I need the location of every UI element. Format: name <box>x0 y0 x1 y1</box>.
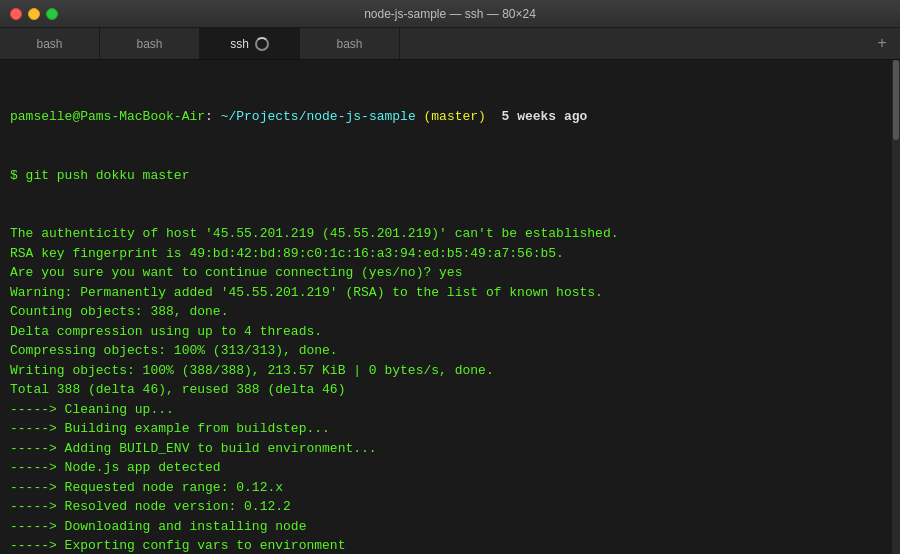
title-bar: node-js-sample — ssh — 80×24 <box>0 0 900 28</box>
tab-bar: bash bash ssh bash + <box>0 28 900 60</box>
terminal-line: -----> Exporting config vars to environm… <box>10 536 890 554</box>
terminal-line: The authenticity of host '45.55.201.219 … <box>10 224 890 244</box>
terminal-line: Warning: Permanently added '45.55.201.21… <box>10 283 890 303</box>
terminal-line: RSA key fingerprint is 49:bd:42:bd:89:c0… <box>10 244 890 264</box>
terminal-line: -----> Node.js app detected <box>10 458 890 478</box>
traffic-lights <box>10 8 58 20</box>
terminal-time: 5 weeks ago <box>502 109 588 124</box>
terminal-line: -----> Downloading and installing node <box>10 517 890 537</box>
terminal[interactable]: pamselle@Pams-MacBook-Air: ~/Projects/no… <box>0 60 900 554</box>
terminal-path: ~/Projects/node-js-sample <box>221 109 416 124</box>
terminal-line: -----> Adding BUILD_ENV to build environ… <box>10 439 890 459</box>
terminal-line: -----> Building example from buildstep..… <box>10 419 890 439</box>
terminal-line: Counting objects: 388, done. <box>10 302 890 322</box>
tab-bash-2[interactable]: bash <box>100 28 200 59</box>
terminal-lines: The authenticity of host '45.55.201.219 … <box>10 224 890 554</box>
close-button[interactable] <box>10 8 22 20</box>
terminal-command-line: $ git push dokku master <box>10 166 890 186</box>
terminal-line: -----> Requested node range: 0.12.x <box>10 478 890 498</box>
terminal-branch: (master) <box>424 109 486 124</box>
terminal-line: Compressing objects: 100% (313/313), don… <box>10 341 890 361</box>
scrollbar-thumb[interactable] <box>893 60 899 140</box>
tab-ssh[interactable]: ssh <box>200 28 300 59</box>
tab-spinner <box>255 37 269 51</box>
tab-bash-3[interactable]: bash <box>300 28 400 59</box>
tab-bash-1[interactable]: bash <box>0 28 100 59</box>
minimize-button[interactable] <box>28 8 40 20</box>
terminal-line: Delta compression using up to 4 threads. <box>10 322 890 342</box>
terminal-prompt-line: pamselle@Pams-MacBook-Air: ~/Projects/no… <box>10 107 890 127</box>
terminal-line: Are you sure you want to continue connec… <box>10 263 890 283</box>
terminal-line: Total 388 (delta 46), reused 388 (delta … <box>10 380 890 400</box>
maximize-button[interactable] <box>46 8 58 20</box>
terminal-line: -----> Cleaning up... <box>10 400 890 420</box>
add-tab-button[interactable]: + <box>872 34 892 54</box>
window-title: node-js-sample — ssh — 80×24 <box>364 7 536 21</box>
terminal-content: pamselle@Pams-MacBook-Air: ~/Projects/no… <box>10 68 890 554</box>
terminal-user: pamselle@Pams-MacBook-Air <box>10 109 205 124</box>
terminal-line: -----> Resolved node version: 0.12.2 <box>10 497 890 517</box>
scrollbar[interactable] <box>892 60 900 554</box>
terminal-line: Writing objects: 100% (388/388), 213.57 … <box>10 361 890 381</box>
